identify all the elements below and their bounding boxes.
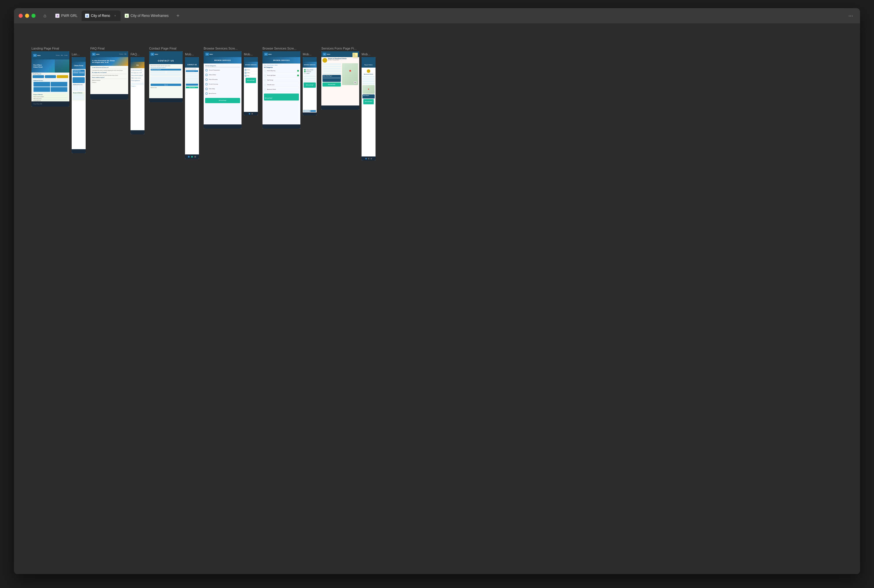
- mob-sf-input-3[interactable]: [363, 80, 375, 82]
- sf-form-input-4[interactable]: [322, 72, 341, 74]
- faq-footer: [90, 94, 128, 99]
- answers-title: Answers & Articles: [33, 94, 67, 95]
- maximize-button[interactable]: [31, 14, 36, 18]
- sf-form-select[interactable]: [322, 68, 341, 70]
- contact-desc: View service requests info can report on…: [151, 65, 181, 66]
- mob-header-sf: [361, 57, 376, 62]
- mob2-input-3[interactable]: [304, 80, 316, 82]
- mob-report-btn[interactable]: Report an Issue: [186, 87, 198, 88]
- contact-input-2[interactable]: [166, 71, 181, 73]
- faq-hero: In vitae fermentum elit. Donecsit congue…: [90, 57, 128, 66]
- mob-browse1-icon-3: [245, 75, 246, 76]
- browse1-item-2: Utilities & Water: [205, 73, 240, 76]
- sf-form-input-1[interactable]: [322, 63, 341, 65]
- frame-thumb-faq-mobile[interactable]: FAQ Is vitae fermentum elit? Sit congue …: [130, 57, 144, 134]
- pop-btn-3: [57, 75, 68, 78]
- sf-form-input-3[interactable]: [322, 70, 341, 72]
- frame-thumb-sf-mobile[interactable]: Report Vehicle Abandoned Vehicle: [361, 57, 376, 160]
- frame-thumb-faq-desktop[interactable]: R RENO Services FAQ In vitae ferme: [90, 51, 128, 99]
- browse2-check-2: [297, 75, 299, 76]
- mob2-progress-section: Category selected Service type: [304, 69, 316, 75]
- tab-city-of-reno[interactable]: ◈ City of Reno ×: [82, 10, 121, 21]
- home-button[interactable]: ⌂: [40, 11, 49, 20]
- mob-browse1-content: Streets Utilities Parks: [244, 68, 258, 112]
- tab-close-reno[interactable]: ×: [113, 14, 117, 18]
- frame-pair-services-form: Services Form Page Fi... R RENO: [321, 46, 376, 160]
- mob-land-content-area: Additional Services Answers & Articles: [72, 76, 85, 149]
- browse2-check-1: [297, 70, 299, 72]
- frame-thumb-browse2-mobile[interactable]: BROWSE SERVICES Category selected: [303, 57, 317, 116]
- browse2-help: Still need help?: [264, 93, 299, 100]
- mob-sf-input-2[interactable]: [363, 78, 375, 80]
- mob-faq-spacer: [131, 83, 144, 85]
- frame-thumb-landing-desktop[interactable]: R RENO Services FAQ Contact: [31, 51, 69, 106]
- landing-logo: R RENO: [33, 54, 41, 57]
- service-item-2: [51, 82, 67, 87]
- close-button[interactable]: [19, 14, 23, 18]
- frame-label-contact-mobile: Mob...: [185, 52, 199, 56]
- browse1-hero: BROWSE SERVICES: [204, 57, 241, 63]
- mob-land-add-2: [79, 86, 84, 91]
- frame-thumb-landing-mobile[interactable]: Citizen Portal Popular Requests: [72, 57, 85, 153]
- canvas-area: Landing Page Final R RENO: [14, 23, 860, 574]
- mob-sf-content: Abandoned Vehicle Active R: [361, 68, 376, 156]
- faq-q3: How to submit a request?: [92, 77, 126, 79]
- mob-contact-input-1[interactable]: [186, 72, 198, 75]
- minimize-button[interactable]: [25, 14, 29, 18]
- contact-form-row-2: [151, 74, 181, 76]
- frame-group-contact: Contact Page Final R RENO: [149, 46, 199, 159]
- frame-thumb-contact-mobile[interactable]: CONTACT US View service requests info Ac…: [185, 57, 199, 159]
- contact-input-3[interactable]: [151, 74, 181, 76]
- contact-hero: CONTACT US: [149, 57, 183, 64]
- browse1-icon-6: [205, 92, 208, 95]
- mob-browse1-text-1: Streets: [247, 69, 250, 70]
- tab-pwr-grl[interactable]: ★ PWR GRL: [52, 10, 81, 21]
- frame-thumb-contact-desktop[interactable]: R RENO CONTACT US View service requests …: [149, 51, 183, 102]
- faq-contact-2: Contact us: [92, 82, 126, 83]
- sf-form-input-2[interactable]: [322, 66, 341, 67]
- mob-sf-input-1[interactable]: [363, 76, 375, 78]
- mob-land-additional: Additional Services: [72, 84, 85, 91]
- frame-group-services-form: Services Form Page Fi... R RENO: [321, 46, 376, 160]
- answers-section: Answers & Articles How do I report a pot…: [33, 93, 68, 101]
- mob2-input-2[interactable]: [304, 78, 316, 80]
- service-item-4: [51, 87, 67, 92]
- sf-desktop-inner: R RENO Report an Abandoned Vehicle: [321, 51, 359, 110]
- mob-contact-textarea[interactable]: [186, 77, 198, 83]
- faq-q1: Is vitae fermentum elit. Donec sit?: [92, 67, 126, 69]
- mob-header-contact: [185, 57, 199, 62]
- tab-icon-pwr: ★: [55, 14, 60, 18]
- new-tab-button[interactable]: +: [174, 12, 182, 20]
- frame-group-browse1: Browse Services Scre... R RENO: [204, 46, 258, 129]
- mob2-input-1[interactable]: [304, 75, 316, 77]
- browse1-item-4: Permits & Licensing: [205, 82, 240, 86]
- frame-thumb-browse1-mobile[interactable]: BROWSE SERVICES Streets Uti: [244, 57, 258, 116]
- browse2-help-text: Still need help?: [265, 98, 272, 99]
- nav-item-1: Services: [56, 55, 60, 56]
- mob-contact-btn[interactable]: [186, 84, 198, 86]
- reno-logo-text: RENO: [37, 55, 41, 56]
- contact-textarea[interactable]: [151, 77, 181, 82]
- mob-land-add-row: [73, 86, 84, 91]
- mob2-back-btn[interactable]: [304, 110, 310, 112]
- contact-submit[interactable]: Submit: [151, 84, 181, 86]
- frame-thumb-browse2-desktop[interactable]: R RENO BROWSE SERVICES Home > Browse Ser…: [262, 51, 300, 129]
- mob2-browse-content: Category selected Service type: [303, 68, 317, 110]
- mob-sf-input-4[interactable]: [363, 83, 375, 84]
- frames-container: Landing Page Final R RENO: [14, 23, 860, 574]
- contact-logo: R RENO: [151, 53, 158, 56]
- faq-nav: Services FAQ: [120, 54, 126, 55]
- mob2-next-btn[interactable]: [310, 110, 316, 112]
- more-options-button[interactable]: ⋯: [846, 11, 855, 20]
- sf-detail-help-text: Did need help?: [328, 84, 335, 85]
- contact-input-1[interactable]: [151, 71, 165, 73]
- browse2-logo-box: R: [264, 53, 268, 56]
- frame-thumb-sf-desktop[interactable]: R RENO Report an Abandoned Vehicle: [321, 51, 359, 110]
- browser-window: ⌂ ★ PWR GRL ◈ City of Reno × ◈ City of R…: [14, 8, 860, 574]
- frame-label-sf-mobile: Mob...: [361, 52, 376, 56]
- sf-detail-header-row: Report an Abandoned Vehicle Streets & Tr…: [322, 58, 358, 63]
- mob-contact-input-2[interactable]: [186, 75, 198, 77]
- nav-item-3: Contact: [64, 55, 67, 56]
- tab-city-of-reno-wireframes[interactable]: ◈ City of Reno Wireframes: [121, 10, 172, 21]
- frame-thumb-browse1-desktop[interactable]: R RENO BROWSE SERVICES Service Categorie…: [204, 51, 241, 129]
